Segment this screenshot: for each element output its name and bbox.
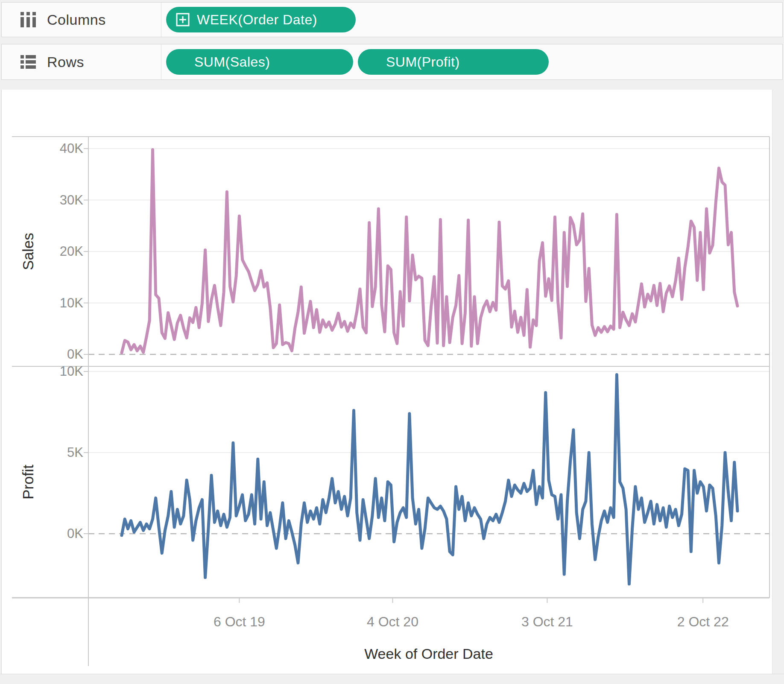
y-tick-label: 10K [15, 364, 83, 379]
columns-icon [20, 11, 37, 28]
profit-axis-title: Profit [20, 465, 37, 500]
pill-sum-sales-label: SUM(Sales) [194, 54, 270, 70]
y-tick-label: 40K [15, 141, 83, 156]
pill-sum-profit-label: SUM(Profit) [386, 54, 460, 70]
rows-shelf[interactable]: Rows SUM(Sales) SUM(Profit) [1, 44, 783, 80]
pill-sum-sales[interactable]: SUM(Sales) [166, 49, 353, 75]
x-tick-label: 6 Oct 19 [214, 614, 265, 630]
y-tick-label: 20K [15, 244, 83, 259]
columns-shelf-header: Columns [2, 3, 161, 37]
columns-shelf-label: Columns [47, 12, 106, 28]
bottom-gutter [0, 674, 784, 684]
columns-shelf[interactable]: Columns WEEK(Order Date) [1, 2, 783, 37]
x-tick-label: 4 Oct 20 [367, 614, 418, 630]
y-tick-label: 0K [15, 526, 83, 541]
rows-icon [20, 53, 37, 70]
plus-box-icon [176, 12, 190, 27]
pill-week-order-date[interactable]: WEEK(Order Date) [166, 7, 356, 32]
x-axis-title: Week of Order Date [364, 646, 493, 662]
pill-week-order-date-label: WEEK(Order Date) [197, 12, 317, 28]
pill-sum-profit[interactable]: SUM(Profit) [358, 49, 549, 75]
y-tick-label: 10K [15, 295, 83, 311]
x-tick-label: 3 Oct 21 [521, 614, 573, 630]
worksheet-view[interactable] [1, 90, 784, 674]
x-tick-label: 2 Oct 22 [677, 614, 729, 630]
rows-shelf-label: Rows [47, 54, 84, 70]
y-tick-label: 0K [15, 347, 83, 362]
rows-shelf-header: Rows [2, 44, 161, 79]
right-gutter [772, 90, 784, 674]
y-tick-label: 5K [15, 445, 83, 460]
y-tick-label: 30K [15, 193, 83, 208]
